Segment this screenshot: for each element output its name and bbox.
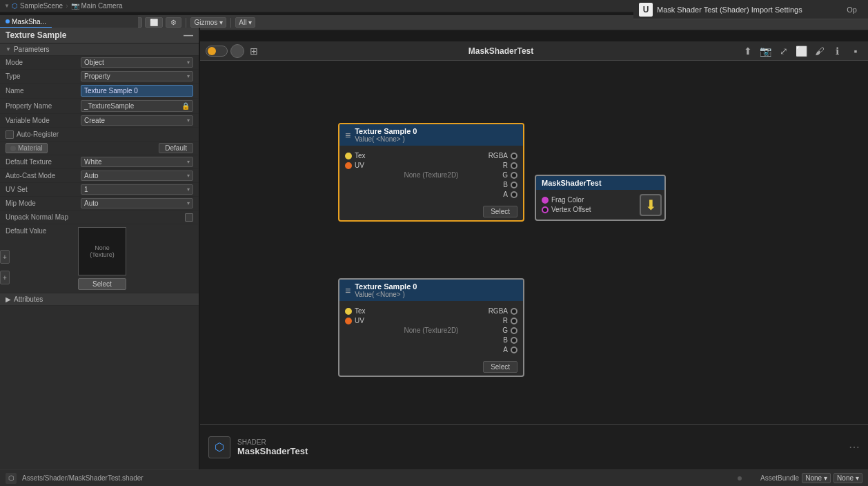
left-expand-top[interactable]: + <box>0 250 10 264</box>
property-name-value: _TextureSample 🔒 <box>81 100 193 112</box>
tab-bar: MaskSha... <box>0 15 138 29</box>
type-dropdown[interactable]: Property ▾ <box>81 71 193 81</box>
default-texture-label: Default Texture <box>6 158 78 166</box>
rgba-port-1: RGBA <box>460 152 517 159</box>
auto-register-checkbox[interactable] <box>6 130 14 139</box>
mode-value: Object <box>84 59 104 66</box>
attributes-arrow-icon: ▶ <box>6 295 11 303</box>
info-icon[interactable]: ℹ <box>831 44 845 58</box>
mask-node-title: MaskShaderTest <box>542 179 659 187</box>
mask-shader-node[interactable]: MaskShaderTest Frag Color Vertex Offset … <box>535 175 666 221</box>
attributes-label: Attributes <box>14 295 43 303</box>
camera-icon[interactable]: 📷 <box>759 44 773 58</box>
toolbar-settings[interactable]: ⚙ <box>166 17 181 28</box>
none-texture-label: None(Texture) <box>90 244 115 258</box>
camera-icon: 📷 <box>71 2 79 10</box>
attributes-section: ▶ Attributes <box>0 293 199 306</box>
node-body-1: Tex UV None (Texture2D) RGBA R <box>339 146 523 204</box>
share-icon[interactable]: ⬆ <box>741 44 755 58</box>
toggle-knob <box>208 47 216 55</box>
g-port-1: G <box>460 171 517 179</box>
g-label-2: G <box>502 327 508 334</box>
progress-dots-container <box>738 476 744 481</box>
toolbar-gizmos[interactable]: Gizmos ▾ <box>190 17 226 28</box>
unity-small-icon: ⬡ <box>6 473 17 484</box>
node-footer-2: Select <box>339 360 523 376</box>
auto-cast-dropdown[interactable]: Auto ▾ <box>81 171 193 181</box>
mode-label: Mode <box>6 59 78 66</box>
expand-icon[interactable]: ⤢ <box>777 44 791 58</box>
unpack-normal-checkbox[interactable] <box>185 213 193 222</box>
select-node-btn-2[interactable]: Select <box>483 361 517 373</box>
mip-mode-value: Auto <box>84 200 99 207</box>
scene-icon: ⬡ <box>12 2 18 10</box>
property-name-text: _TextureSample <box>84 102 134 110</box>
asset-bundle-variant-dropdown[interactable]: None ▾ <box>834 473 862 483</box>
node-inputs-1: Tex UV <box>339 150 402 200</box>
download-icon: ⬇ <box>640 194 662 216</box>
vertex-offset-circle <box>542 206 549 213</box>
scene-arrow: ▼ <box>4 3 10 9</box>
name-row: Name <box>0 84 199 99</box>
a-circle-1 <box>511 191 517 198</box>
shader-bar-dots: ⋯ <box>849 440 860 454</box>
left-panel: Texture Sample — ▼ Parameters Mode Objec… <box>0 28 200 472</box>
auto-cast-label: Auto-Cast Mode <box>6 172 78 179</box>
minimize-button[interactable]: — <box>184 30 193 40</box>
uv-set-label: UV Set <box>6 186 78 193</box>
op-button[interactable]: Op <box>841 3 862 17</box>
shader-info-bar: ⬡ SHADER MaskShaderTest ⋯ <box>200 424 868 469</box>
node-subtitle-2: Value( <None> ) <box>355 291 417 298</box>
a-port-1: A <box>460 191 517 198</box>
scene-name[interactable]: SampleScene <box>20 2 63 10</box>
select-node-btn-1[interactable]: Select <box>483 206 517 217</box>
variable-mode-dropdown[interactable]: Create ▾ <box>81 115 193 126</box>
default-texture-row: Default Texture White ▾ <box>0 155 199 169</box>
node-menu-icon-1[interactable]: ≡ <box>345 130 351 141</box>
import-header: U Mask Shader Test (Shader) Import Setti… <box>633 0 868 19</box>
toolbar-all-right[interactable]: All ▾ <box>235 17 255 28</box>
select-texture-button[interactable]: Select <box>78 278 126 290</box>
texture-sample-node-1[interactable]: ≡ Texture Sample 0 Value( <None> ) Tex U… <box>338 123 524 222</box>
b-port-2: B <box>460 336 517 344</box>
default-texture-dropdown[interactable]: White ▾ <box>81 157 193 167</box>
tab-masksha[interactable]: MaskSha... <box>0 17 52 28</box>
grid-btn[interactable]: ⊞ <box>247 44 261 58</box>
layout-icon[interactable]: ▪ <box>849 44 862 58</box>
node-menu-icon-2[interactable]: ≡ <box>345 285 351 296</box>
unpack-normal-row: Unpack Normal Map <box>0 211 199 224</box>
camera-name[interactable]: Main Camera <box>81 2 123 10</box>
left-expand-bottom[interactable]: + <box>0 271 10 284</box>
circle-btn[interactable] <box>230 44 244 58</box>
ab-none-value2: None <box>837 474 854 482</box>
fit-icon[interactable]: ⬜ <box>795 44 809 58</box>
paint-icon[interactable]: 🖌 <box>813 44 827 58</box>
toggle-button[interactable] <box>206 46 228 57</box>
mip-mode-row: Mip Mode Auto ▾ <box>0 197 199 211</box>
texture-sample-node-2[interactable]: ≡ Texture Sample 0 Value( <None> ) Tex U… <box>338 278 524 377</box>
default-value-row: Default Value None(Texture) Select <box>0 224 199 293</box>
asset-bundle-dropdown[interactable]: None ▾ <box>802 473 831 483</box>
frag-color-circle <box>542 197 549 204</box>
b-port-1: B <box>460 181 517 188</box>
unity-logo: U <box>639 3 653 17</box>
a-label-2: A <box>503 346 508 353</box>
params-arrow-icon: ▼ <box>6 46 11 52</box>
mode-dropdown[interactable]: Object ▾ <box>81 57 193 68</box>
mip-mode-dropdown[interactable]: Auto ▾ <box>81 198 193 208</box>
material-toggle-btn[interactable]: Material <box>6 143 48 153</box>
scene-item: ▼ ⬡ SampleScene <box>4 2 63 10</box>
r-port-1: R <box>460 162 517 169</box>
type-value: Property <box>84 72 110 80</box>
name-input[interactable] <box>81 85 193 97</box>
ab-none-value: None <box>805 474 822 482</box>
uv-set-dropdown[interactable]: 1 ▾ <box>81 184 193 195</box>
material-label: Material <box>18 144 43 152</box>
attributes-header[interactable]: ▶ Attributes <box>0 293 199 306</box>
tex-port-circle-1 <box>345 153 352 159</box>
mip-mode-label: Mip Mode <box>6 200 78 207</box>
a-label-1: A <box>503 191 508 198</box>
toolbar-stats[interactable]: ⬜ <box>145 17 163 28</box>
parameters-section-header[interactable]: ▼ Parameters <box>0 43 199 56</box>
uv-port-1: UV <box>345 162 402 169</box>
